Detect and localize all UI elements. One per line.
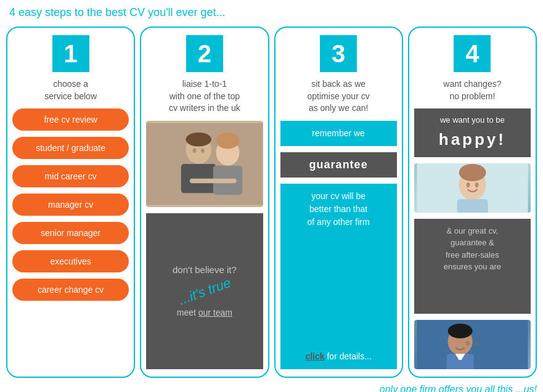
step-2-column: 2 liaise 1-to-1with one of the topcv wri… <box>140 27 269 378</box>
click-details[interactable]: click for details... <box>305 350 371 363</box>
happy-box: we want you to be happy! <box>414 108 531 157</box>
svg-point-5 <box>201 148 205 153</box>
steps-wrapper: 1 choose aservice below free cv review s… <box>6 27 537 378</box>
remember-we-box: remember we <box>280 121 397 146</box>
step-4-desc: want changes?no problem! <box>443 78 501 102</box>
senior-manager-button[interactable]: senior manager <box>12 222 129 244</box>
step-2-number: 2 <box>186 35 223 72</box>
step-1-number: 1 <box>52 35 89 72</box>
happy-text: happy! <box>420 128 525 150</box>
step-4-number: 4 <box>454 35 491 72</box>
cv-better-box: your cv will bebetter than thatof any ot… <box>280 184 397 369</box>
svg-point-15 <box>475 182 478 187</box>
career-change-cv-button[interactable]: career change cv <box>12 279 129 301</box>
svg-rect-9 <box>190 178 237 183</box>
svg-point-7 <box>216 133 240 149</box>
want-you-happy-text: we want you to be <box>420 115 525 126</box>
executives-button[interactable]: executives <box>12 250 129 272</box>
step-3-number: 3 <box>320 35 357 72</box>
manager-cv-button[interactable]: manager cv <box>12 194 129 216</box>
guarantee-text-box: & our great cv, guarantee & free after-s… <box>414 219 531 314</box>
col4-man-image <box>414 320 531 369</box>
footer-text: only one firm offers you all this ...us! <box>6 384 537 392</box>
svg-rect-13 <box>457 199 488 213</box>
step-1-desc: choose aservice below <box>44 78 97 102</box>
step-1-column: 1 choose aservice below free cv review s… <box>6 27 135 378</box>
svg-point-18 <box>447 324 472 338</box>
svg-point-12 <box>459 164 486 181</box>
mid-career-cv-button[interactable]: mid career cv <box>12 165 129 187</box>
our-team-link[interactable]: our team <box>198 308 232 317</box>
for-details-text: for details... <box>325 351 372 361</box>
page-header: 4 easy steps to the best CV you'll ever … <box>6 6 537 19</box>
its-true-text: ...it's true <box>176 273 234 309</box>
click-link[interactable]: click <box>305 351 324 361</box>
cv-better-text: your cv will bebetter than thatof any ot… <box>308 190 370 229</box>
svg-point-3 <box>186 133 212 147</box>
svg-point-4 <box>193 148 197 153</box>
student-graduate-button[interactable]: student / graduate <box>12 137 129 159</box>
svg-point-14 <box>466 182 470 187</box>
col2-people-image <box>146 121 263 207</box>
svg-point-22 <box>475 341 478 346</box>
svg-point-21 <box>465 341 469 346</box>
step-4-column: 4 want changes?no problem! we want you t… <box>408 27 537 378</box>
col4-woman-image <box>414 163 531 213</box>
step-3-desc: sit back as weoptimise your cvas only we… <box>308 78 370 115</box>
free-cv-review-button[interactable]: free cv review <box>12 108 129 131</box>
guarantee-box: guarantee <box>280 152 397 178</box>
step-3-column: 3 sit back as weoptimise your cvas only … <box>274 27 403 378</box>
step-2-desc: liaise 1-to-1with one of the topcv write… <box>169 78 240 115</box>
col2-dark-box: don't believe it? ...it's true meet our … <box>146 213 263 369</box>
